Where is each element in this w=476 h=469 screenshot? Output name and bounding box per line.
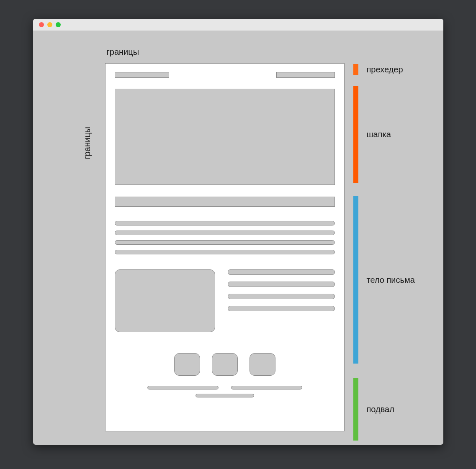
body-two-column [115,269,335,332]
traffic-light-close-icon[interactable] [39,22,44,27]
browser-window: границы границы [33,19,443,445]
section-preheader [115,72,335,78]
text-line-placeholder [115,240,335,245]
footer-text-placeholder [147,386,219,390]
footer-icon-placeholder [174,353,200,376]
email-layout [105,63,345,431]
boundary-label-left: границы [82,127,92,159]
section-body [115,197,335,332]
text-line-placeholder [115,231,335,235]
legend-color-bar [353,196,358,364]
footer-text-placeholder [196,394,254,397]
body-paragraph [115,221,335,254]
legend-label: тело письма [367,275,415,285]
legend-label: шапка [367,130,391,139]
section-header-hero [115,89,335,185]
legend-color-bar [353,86,358,183]
legend-row-footer: подвал [353,378,394,441]
footer-icon-row [115,353,335,376]
text-line-placeholder [228,294,335,299]
text-line-placeholder [115,250,335,254]
preheader-placeholder-left [115,72,169,78]
legend-row-preheader: прехедер [353,64,403,75]
section-footer [115,353,335,397]
legend-color-bar [353,64,358,75]
preheader-placeholder-right [276,72,335,78]
legend-label: прехедер [367,65,403,74]
text-line-placeholder [115,221,335,226]
legend-label: подвал [367,405,394,414]
body-image-placeholder [115,269,215,332]
footer-text-placeholder [231,386,302,390]
text-line-placeholder [228,282,335,287]
footer-icon-placeholder [250,353,275,376]
legend-row-body: тело письма [353,196,415,364]
traffic-light-zoom-icon[interactable] [56,22,61,27]
traffic-light-minimize-icon[interactable] [47,22,52,27]
text-line-placeholder [228,269,335,275]
footer-text [115,386,335,397]
legend-color-bar [353,378,358,441]
body-title-placeholder [115,197,335,207]
legend-row-header: шапка [353,86,391,183]
diagram-canvas: границы границы [33,31,443,445]
body-text-column [228,269,335,332]
window-titlebar [33,19,443,31]
boundary-label-top: границы [107,47,139,57]
text-line-placeholder [228,306,335,311]
footer-icon-placeholder [212,353,238,376]
